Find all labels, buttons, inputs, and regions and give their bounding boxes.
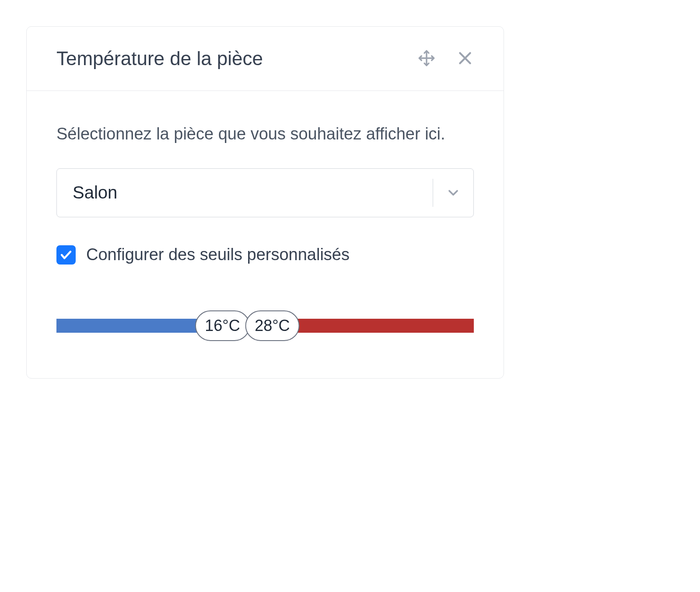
instruction-text: Sélectionnez la pièce que vous souhaitez…: [56, 121, 474, 147]
select-separator: [433, 179, 433, 207]
room-select-value: Salon: [73, 183, 420, 202]
room-select[interactable]: Salon: [56, 168, 474, 217]
chevron-down-icon: [445, 185, 461, 201]
card-header: Température de la pièce: [27, 27, 504, 91]
checkbox-checked: [56, 245, 76, 265]
card-body: Sélectionnez la pièce que vous souhaitez…: [27, 91, 504, 378]
card-title: Température de la pièce: [56, 48, 263, 70]
close-icon: [456, 49, 474, 68]
custom-thresholds-toggle[interactable]: Configurer des seuils personnalisés: [56, 245, 474, 265]
threshold-high-handle[interactable]: 28°C: [245, 310, 299, 341]
threshold-low-handle[interactable]: 16°C: [195, 310, 249, 341]
threshold-slider[interactable]: 16°C 28°C: [56, 308, 474, 343]
move-button[interactable]: [418, 49, 435, 68]
header-actions: [418, 49, 474, 68]
close-button[interactable]: [456, 49, 474, 68]
checkbox-label: Configurer des seuils personnalisés: [86, 245, 350, 264]
move-icon: [418, 49, 435, 68]
room-temperature-card: Température de la pièce: [26, 26, 504, 379]
